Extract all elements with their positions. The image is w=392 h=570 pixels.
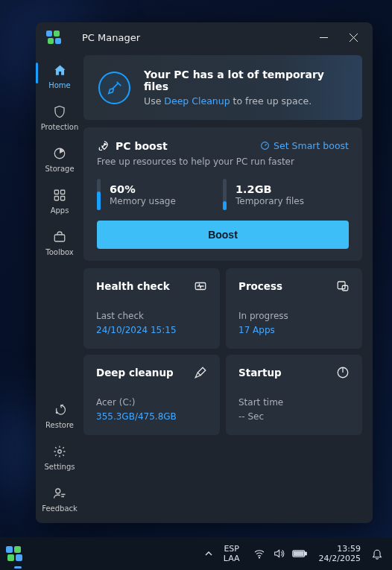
- svg-rect-6: [54, 197, 58, 200]
- tile-title: Deep cleanup: [96, 367, 174, 379]
- memory-value: 60%: [110, 183, 176, 195]
- titlebar[interactable]: PC Manager: [36, 22, 373, 52]
- tile-value: 355.3GB/475.8GB: [96, 411, 207, 422]
- power-icon: [336, 366, 350, 379]
- tile-value: 17 Apps: [238, 325, 350, 335]
- language-indicator[interactable]: ESP LAA: [218, 544, 246, 563]
- clock[interactable]: 13:59 24/2/2025: [314, 544, 367, 563]
- brush-icon: [194, 366, 207, 379]
- svg-point-11: [56, 489, 60, 493]
- sidebar: Home Protection Storage Apps Toolbox: [36, 52, 83, 523]
- notifications-icon[interactable]: [367, 548, 385, 560]
- banner-temporary-files[interactable]: Your PC has a lot of temporary files Use…: [83, 55, 362, 120]
- svg-point-9: [56, 412, 57, 414]
- startup-tile[interactable]: Startup Start time -- Sec: [226, 355, 362, 435]
- deep-cleanup-link[interactable]: Deep Cleanup: [164, 95, 230, 107]
- app-window: PC Manager Home Protection Storage: [36, 22, 373, 523]
- pc-boost-subtitle: Free up resources to help your PC run fa…: [97, 156, 349, 167]
- restore-icon: [52, 402, 67, 417]
- battery-icon[interactable]: [292, 548, 307, 559]
- pc-boost-title: PC boost: [97, 139, 168, 152]
- sidebar-item-settings[interactable]: Settings: [39, 438, 80, 475]
- svg-point-12: [104, 144, 106, 145]
- memory-label: Memory usage: [110, 196, 176, 206]
- sidebar-item-feedback[interactable]: Feedback: [39, 480, 80, 517]
- health-check-tile[interactable]: Health check Last check 24/10/2024 15:15: [83, 268, 220, 349]
- memory-usage-metric: 60% Memory usage: [97, 179, 223, 210]
- boost-button[interactable]: Boost: [97, 221, 349, 249]
- app-title: PC Manager: [82, 32, 309, 43]
- sidebar-item-restore[interactable]: Restore: [39, 396, 80, 434]
- sidebar-item-label: Feedback: [42, 504, 78, 513]
- tile-value: 24/10/2024 15:15: [96, 325, 207, 335]
- taskbar-app-pcmanager[interactable]: [7, 543, 28, 564]
- heartrate-icon: [194, 279, 207, 293]
- pc-boost-card: PC boost Set Smart boost Free up resourc…: [83, 127, 362, 261]
- gear-icon: [52, 444, 67, 459]
- sidebar-item-label: Toolbox: [45, 248, 74, 256]
- taskbar[interactable]: ESP LAA 13:59 24/2/2025: [0, 537, 392, 570]
- close-button[interactable]: [338, 25, 368, 49]
- sidebar-item-label: Protection: [41, 123, 79, 131]
- toolbox-icon: [52, 229, 67, 244]
- banner-subtitle: Use Deep Cleanup to free up space.: [144, 95, 347, 107]
- sidebar-item-apps[interactable]: Apps: [39, 182, 80, 219]
- sidebar-item-label: Home: [48, 81, 71, 89]
- sidebar-item-label: Settings: [44, 463, 75, 471]
- tile-title: Health check: [96, 280, 170, 292]
- deep-cleanup-tile[interactable]: Deep cleanup Acer (C:) 355.3GB/475.8GB: [83, 355, 220, 435]
- volume-icon[interactable]: [273, 548, 285, 560]
- svg-point-19: [259, 557, 259, 558]
- sidebar-item-storage[interactable]: Storage: [39, 140, 80, 177]
- tempfiles-value: 1.2GB: [235, 183, 304, 195]
- app-logo-icon: [6, 546, 22, 561]
- wifi-icon[interactable]: [253, 548, 265, 560]
- home-icon: [52, 63, 67, 77]
- tile-title: Startup: [238, 367, 282, 379]
- tile-label: Acer (C:): [96, 397, 207, 408]
- feedback-icon: [52, 486, 67, 501]
- tile-label: Last check: [96, 311, 207, 321]
- shield-icon: [52, 104, 67, 119]
- tile-label: Start time: [238, 397, 350, 408]
- sidebar-item-label: Storage: [45, 165, 74, 173]
- gauge-icon: [260, 141, 270, 151]
- sidebar-item-home[interactable]: Home: [39, 57, 80, 94]
- sidebar-item-protection[interactable]: Protection: [39, 98, 80, 136]
- svg-rect-5: [61, 190, 65, 194]
- tile-label: In progress: [238, 311, 350, 321]
- process-icon: [336, 279, 350, 293]
- set-smart-boost-link[interactable]: Set Smart boost: [260, 140, 349, 151]
- sidebar-item-toolbox[interactable]: Toolbox: [39, 224, 80, 261]
- svg-rect-4: [54, 190, 58, 194]
- sidebar-item-label: Apps: [51, 206, 69, 215]
- tray-chevron-up-icon[interactable]: [200, 549, 218, 558]
- banner-title: Your PC has a lot of temporary files: [144, 69, 347, 92]
- storage-icon: [52, 146, 67, 161]
- tempfiles-bar-icon: [223, 179, 227, 210]
- minimize-button[interactable]: [309, 25, 338, 49]
- svg-rect-8: [54, 235, 65, 241]
- svg-point-10: [58, 450, 62, 454]
- tile-title: Process: [238, 280, 282, 292]
- apps-icon: [52, 188, 67, 203]
- memory-bar-icon: [97, 179, 101, 210]
- broom-icon: [98, 72, 130, 104]
- svg-rect-7: [61, 197, 65, 200]
- sidebar-item-label: Restore: [45, 421, 74, 429]
- app-logo-icon: [46, 31, 61, 44]
- tempfiles-label: Temporary files: [235, 196, 304, 206]
- tile-value: -- Sec: [238, 411, 350, 422]
- temporary-files-metric: 1.2GB Temporary files: [223, 179, 349, 210]
- main-content: Your PC has a lot of temporary files Use…: [83, 52, 373, 523]
- svg-rect-21: [305, 552, 306, 554]
- process-tile[interactable]: Process In progress 17 Apps: [226, 268, 362, 349]
- rocket-icon: [97, 139, 110, 152]
- svg-rect-22: [294, 552, 303, 556]
